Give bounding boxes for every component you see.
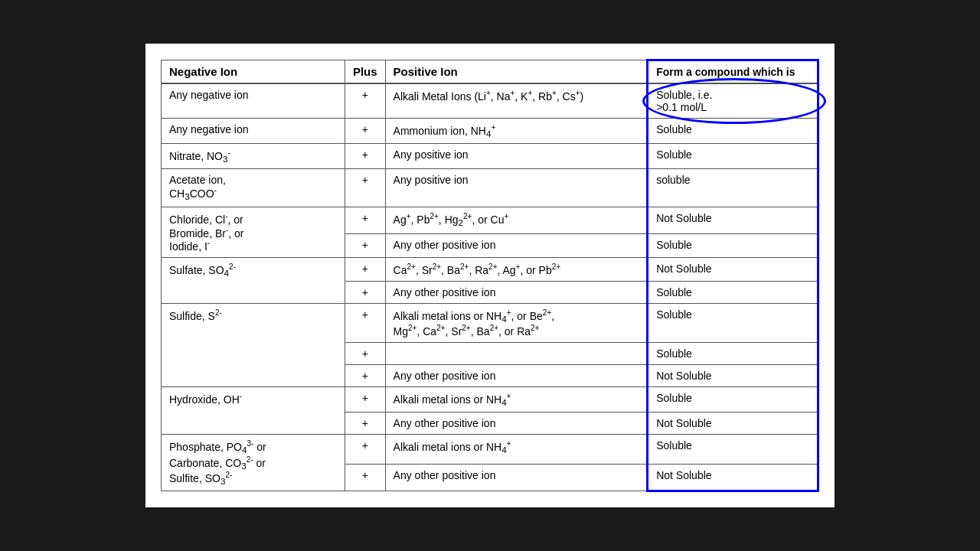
form-cell-circled: Soluble, i.e.>0.1 mol/L	[648, 83, 818, 119]
pos-ion-cell: Any other positive ion	[385, 364, 648, 386]
pos-ion-cell: Alkali metal ions or NH4+	[385, 386, 648, 412]
pos-ion-cell: Any positive ion	[385, 144, 648, 169]
plus-cell: +	[345, 465, 385, 491]
pos-ion-cell: Any other positive ion	[385, 281, 648, 303]
plus-cell: +	[345, 412, 385, 435]
header-neg-ion: Negative Ion	[162, 60, 345, 83]
form-cell: Not Soluble	[648, 412, 818, 435]
table-row: Acetate ion,CH3COO- + Any positive ion s…	[162, 169, 818, 207]
pos-ion-cell: Any other positive ion	[385, 234, 648, 258]
neg-ion-cell: Any negative ion	[162, 83, 345, 119]
form-cell: Not Soluble	[648, 257, 818, 281]
plus-cell: +	[345, 303, 385, 342]
plus-cell: +	[345, 257, 385, 281]
form-cell: Soluble	[648, 342, 818, 364]
form-cell: Soluble	[648, 303, 818, 342]
circle-highlight	[642, 78, 826, 124]
plus-cell: +	[345, 169, 385, 207]
pos-ion-cell: Any other positive ion	[385, 465, 648, 491]
form-cell: Soluble	[648, 144, 818, 169]
plus-cell: +	[345, 364, 385, 386]
neg-ion-cell: Any negative ion	[162, 118, 345, 143]
neg-ion-cell: Hydroxide, OH-	[162, 386, 345, 434]
table-row: Any negative ion + Alkali Metal Ions (Li…	[162, 83, 818, 119]
plus-cell: +	[345, 144, 385, 169]
plus-cell: +	[345, 118, 385, 143]
pos-ion-cell: Any positive ion	[385, 169, 648, 207]
pos-ion-cell: Alkali metal ions or NH4+	[385, 435, 648, 465]
plus-cell: +	[345, 83, 385, 119]
plus-cell: +	[345, 342, 385, 364]
page-container: Negative Ion Plus Positive Ion Form a co…	[145, 44, 835, 508]
header-form: Form a compound which is	[648, 60, 818, 83]
table-row: Chloride, Cl-, orBromide, Br-, orIodide,…	[162, 207, 818, 233]
table-row: Sulfate, SO42- + Ca2+, Sr2+, Ba2+, Ra2+,…	[162, 257, 818, 281]
plus-cell: +	[345, 435, 385, 465]
form-cell-last: Not Soluble	[648, 465, 818, 491]
plus-cell: +	[345, 234, 385, 258]
neg-ion-cell: Sulfate, SO42-	[162, 257, 345, 303]
table-row: Nitrate, NO3- + Any positive ion Soluble	[162, 144, 818, 169]
pos-ion-cell	[385, 342, 648, 364]
plus-cell: +	[345, 207, 385, 233]
form-cell: Soluble	[648, 435, 818, 465]
pos-ion-cell: Ammonium ion, NH4+	[385, 118, 648, 143]
form-cell: Not Soluble	[648, 207, 818, 233]
form-cell: Soluble	[648, 281, 818, 303]
table-row: Any negative ion + Ammonium ion, NH4+ So…	[162, 118, 818, 143]
neg-ion-cell: Nitrate, NO3-	[162, 144, 345, 169]
form-cell: Soluble	[648, 234, 818, 258]
form-cell: soluble	[648, 169, 818, 207]
pos-ion-cell: Any other positive ion	[385, 412, 648, 435]
form-cell: Soluble	[648, 386, 818, 412]
form-cell: Soluble	[648, 118, 818, 143]
table-row: Sulfide, S2- + Alkali metal ions or NH4+…	[162, 303, 818, 342]
pos-ion-cell: Alkali metal ions or NH4+, or Be2+,Mg2+,…	[385, 303, 648, 342]
pos-ion-cell: Ag+, Pb2+, Hg22+, or Cu+	[385, 207, 648, 233]
table-row: Hydroxide, OH- + Alkali metal ions or NH…	[162, 386, 818, 412]
neg-ion-cell: Sulfide, S2-	[162, 303, 345, 386]
pos-ion-cell: Ca2+, Sr2+, Ba2+, Ra2+, Ag+, or Pb2+	[385, 257, 648, 281]
plus-cell: +	[345, 281, 385, 303]
header-plus: Plus	[345, 60, 385, 83]
pos-ion-cell: Alkali Metal Ions (Li+, Na+, K+, Rb+, Cs…	[385, 83, 648, 119]
header-pos-ion: Positive Ion	[385, 60, 648, 83]
plus-cell: +	[345, 386, 385, 412]
solubility-table: Negative Ion Plus Positive Ion Form a co…	[161, 59, 819, 493]
neg-ion-cell: Phosphate, PO43- orCarbonate, CO32- orSu…	[162, 435, 345, 491]
neg-ion-cell: Chloride, Cl-, orBromide, Br-, orIodide,…	[162, 207, 345, 257]
table-header: Negative Ion Plus Positive Ion Form a co…	[162, 60, 818, 83]
table-row: Phosphate, PO43- orCarbonate, CO32- orSu…	[162, 435, 818, 465]
neg-ion-cell: Acetate ion,CH3COO-	[162, 169, 345, 207]
form-cell: Not Soluble	[648, 364, 818, 386]
